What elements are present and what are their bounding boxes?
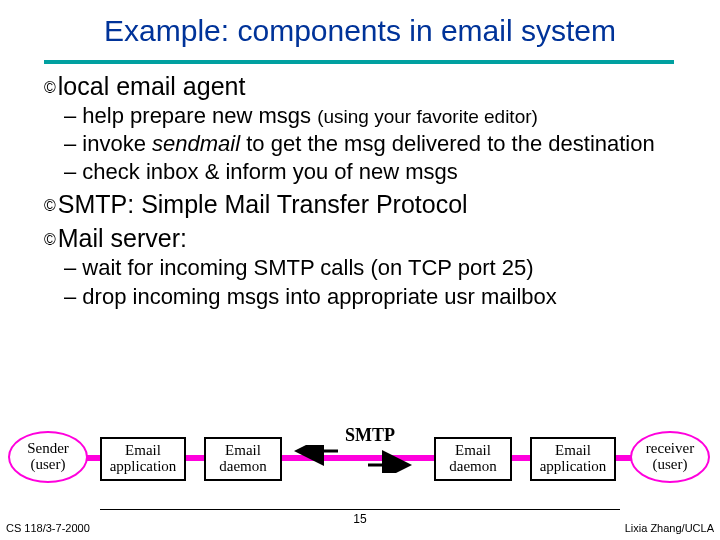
- diagram: Sender (user) Email application Email da…: [0, 425, 720, 505]
- bullet-icon: ©: [44, 78, 56, 98]
- bullet-mail-server: ©Mail server:: [44, 222, 694, 254]
- label-1: Email: [455, 443, 491, 459]
- receiver-oval: receiver (user): [630, 431, 710, 483]
- bullet-icon: ©: [44, 230, 56, 250]
- email-app-box-right: Email application: [530, 437, 616, 481]
- smtp-arrows-icon: [288, 445, 418, 473]
- sub-bullet-invoke-sendmail: – invoke sendmail to get the msg deliver…: [64, 130, 694, 158]
- text: to get the msg delivered to the destinat…: [240, 131, 655, 156]
- footer-right: Lixia Zhang/UCLA: [625, 522, 714, 534]
- sendmail-italic: sendmail: [152, 131, 240, 156]
- slide-title: Example: components in email system: [0, 14, 720, 48]
- label-2: daemon: [449, 459, 496, 475]
- receiver-label-2: (user): [653, 457, 688, 473]
- label-1: Email: [225, 443, 261, 459]
- sub-bullet-wait-smtp: – wait for incoming SMTP calls (on TCP p…: [64, 254, 694, 282]
- bullet-smtp: ©SMTP: Simple Mail Transfer Protocol: [44, 188, 694, 220]
- bullet-local-agent: ©local email agent: [44, 70, 694, 102]
- label-2: daemon: [219, 459, 266, 475]
- slide: Example: components in email system ©loc…: [0, 0, 720, 540]
- bullet-text: Mail server:: [58, 224, 187, 252]
- sender-label-1: Sender: [27, 441, 69, 457]
- label-2: application: [110, 459, 177, 475]
- sub-bullet-help-prepare: – help prepare new msgs (using your favo…: [64, 102, 694, 130]
- text: invoke: [82, 131, 152, 156]
- label-2: application: [540, 459, 607, 475]
- sub-bullets-3: – wait for incoming SMTP calls (on TCP p…: [64, 254, 694, 310]
- receiver-label-1: receiver: [646, 441, 694, 457]
- sub-bullet-drop-msgs: – drop incoming msgs into appropriate us…: [64, 283, 694, 311]
- footer-divider: [100, 509, 620, 510]
- page-number: 15: [0, 512, 720, 526]
- label-1: Email: [125, 443, 161, 459]
- content-area: ©local email agent – help prepare new ms…: [44, 68, 694, 311]
- label-1: Email: [555, 443, 591, 459]
- bullet-text: SMTP: Simple Mail Transfer Protocol: [58, 190, 468, 218]
- bullet-icon: ©: [44, 196, 56, 216]
- text: help prepare new msgs: [82, 103, 317, 128]
- bullet-text: local email agent: [58, 72, 246, 100]
- paren-text: (using your favorite editor): [317, 106, 538, 127]
- sender-label-2: (user): [31, 457, 66, 473]
- smtp-label: SMTP: [345, 425, 395, 446]
- sub-bullet-check-inbox: – check inbox & inform you of new msgs: [64, 158, 694, 186]
- text: wait for incoming SMTP calls (on TCP por…: [82, 255, 533, 280]
- text: check inbox & inform you of new msgs: [82, 159, 457, 184]
- sender-oval: Sender (user): [8, 431, 88, 483]
- email-app-box-left: Email application: [100, 437, 186, 481]
- text: drop incoming msgs into appropriate usr …: [82, 284, 556, 309]
- email-daemon-box-left: Email daemon: [204, 437, 282, 481]
- email-daemon-box-right: Email daemon: [434, 437, 512, 481]
- sub-bullets-1: – help prepare new msgs (using your favo…: [64, 102, 694, 186]
- title-underline: [44, 60, 674, 64]
